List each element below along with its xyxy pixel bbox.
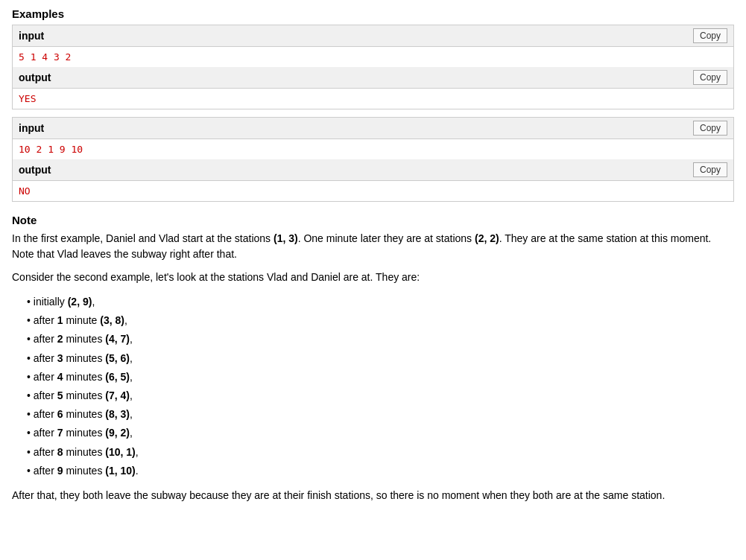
output-value-2: NO	[13, 181, 733, 201]
list-item-8: after 8 minutes (10, 1),	[27, 443, 734, 462]
note-section: Note In the first example, Daniel and Vl…	[12, 214, 734, 503]
math-2-2: (2, 2)	[475, 232, 499, 244]
example-block-2: input Copy 10 2 1 9 10 output Copy NO	[12, 117, 734, 202]
list-item-1: after 1 minute (3, 8),	[27, 311, 734, 330]
list-item-9: after 9 minutes (1, 10).	[27, 462, 734, 480]
math-1-3: (1, 3)	[274, 232, 298, 244]
examples-section: Examples input Copy 5 1 4 3 2 output Cop…	[12, 7, 734, 202]
note-title: Note	[12, 214, 734, 226]
copy-output-button-1[interactable]: Copy	[693, 70, 727, 85]
input-value-2: 10 2 1 9 10	[13, 139, 733, 159]
input-label-2: input	[19, 122, 44, 134]
input-value-1: 5 1 4 3 2	[13, 47, 733, 67]
note-list: initially (2, 9), after 1 minute (3, 8),…	[12, 293, 734, 480]
example-block-1: input Copy 5 1 4 3 2 output Copy YES	[12, 25, 734, 109]
output-row-1: output Copy	[13, 67, 733, 89]
input-row-1: input Copy	[13, 25, 733, 47]
list-item-2: after 2 minutes (4, 7),	[27, 330, 734, 349]
output-row-2: output Copy	[13, 159, 733, 181]
list-item-5: after 5 minutes (7, 4),	[27, 386, 734, 405]
output-value-1: YES	[13, 89, 733, 109]
output-label-2: output	[19, 164, 51, 176]
input-row-2: input Copy	[13, 118, 733, 139]
note-paragraph-1: In the first example, Daniel and Vlad st…	[12, 231, 734, 262]
output-label-1: output	[19, 71, 51, 83]
list-item-6: after 6 minutes (8, 3),	[27, 405, 734, 424]
examples-title: Examples	[12, 7, 734, 20]
note-paragraph-2: Consider the second example, let's look …	[12, 270, 734, 285]
list-item-7: after 7 minutes (9, 2),	[27, 424, 734, 442]
note-paragraph-3: After that, they both leave the subway b…	[12, 488, 734, 503]
list-item-3: after 3 minutes (5, 6),	[27, 349, 734, 368]
list-item-0: initially (2, 9),	[27, 293, 734, 311]
copy-output-button-2[interactable]: Copy	[693, 162, 727, 177]
copy-input-button-1[interactable]: Copy	[693, 28, 727, 43]
copy-input-button-2[interactable]: Copy	[693, 121, 727, 136]
list-item-4: after 4 minutes (6, 5),	[27, 368, 734, 386]
input-label-1: input	[19, 30, 44, 42]
